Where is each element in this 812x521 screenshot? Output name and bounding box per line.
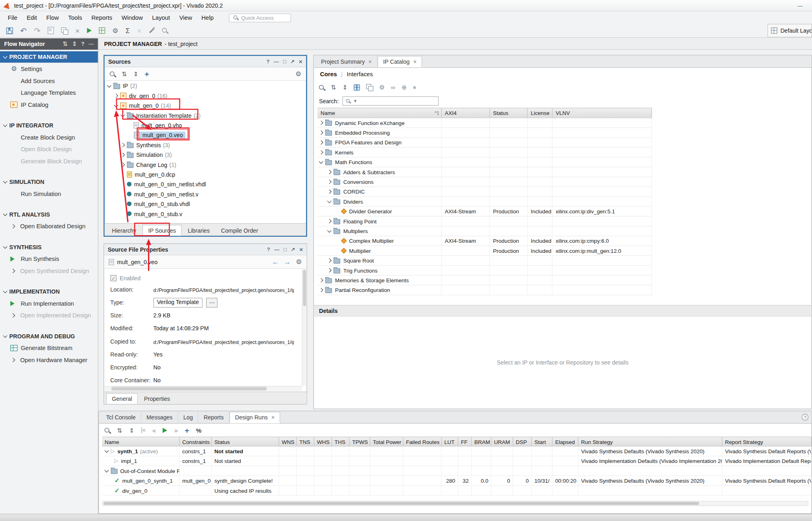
runs-column-run-strategy[interactable]: Run Strategy [579, 437, 722, 446]
customize-icon[interactable]: ⚙ [379, 84, 385, 90]
help-icon[interactable]: ? [267, 247, 270, 252]
runs-column-ff[interactable]: FF [458, 437, 472, 446]
float-icon[interactable]: ↗ [290, 59, 295, 64]
group-icon[interactable] [366, 84, 373, 91]
console-tab-log[interactable]: Log [178, 412, 199, 423]
catalog-row-multipliers[interactable]: Multipliers [317, 226, 652, 236]
maximize-icon[interactable]: □ [283, 59, 286, 64]
flow-item-ip-catalog[interactable]: IP Catalog [0, 98, 98, 110]
collapse-all-icon[interactable]: ⇅ [122, 71, 127, 77]
sources-tab-ip-sources[interactable]: IP Sources [142, 225, 181, 235]
search-icon[interactable] [109, 71, 115, 77]
chevron-right-icon[interactable] [327, 170, 331, 174]
catalog-row-multiplier[interactable]: MultiplierProductionIncludedxilinx.com:i… [317, 246, 652, 256]
chevron-right-icon[interactable] [319, 288, 323, 292]
menu-view[interactable]: View [175, 13, 197, 22]
catalog-row-kernels[interactable]: Kernels [317, 148, 652, 157]
properties-tab-general[interactable]: General [106, 393, 138, 404]
back-icon[interactable]: ← [272, 258, 279, 265]
catalog-row-conversions[interactable]: Conversions [317, 177, 652, 187]
chevron-right-icon[interactable] [319, 140, 323, 145]
runs-column-status[interactable]: Status [212, 437, 279, 446]
catalog-row-partial-reconfiguration[interactable]: Partial Reconfiguration [317, 286, 652, 295]
help-icon[interactable]: ? [802, 414, 808, 421]
settings-icon[interactable]: ⚙ [112, 27, 119, 34]
source-tree-item-synthesis[interactable]: Synthesis(3) [104, 140, 306, 150]
chevron-down-icon[interactable] [121, 113, 125, 117]
view-tab-interfaces[interactable]: Interfaces [347, 71, 373, 77]
layout-selector-button[interactable]: Default Layou [768, 24, 812, 37]
quick-access-search[interactable]: Quick Access [229, 13, 291, 22]
enabled-checkbox[interactable]: ✓ [110, 275, 117, 281]
chevron-right-icon[interactable] [319, 150, 323, 154]
chevron-right-icon[interactable] [327, 219, 331, 223]
expand-all-icon[interactable]: ⇕ [72, 41, 77, 47]
properties-tab-properties[interactable]: Properties [139, 393, 175, 404]
runs-column-ths[interactable]: THS [332, 437, 350, 446]
runs-column-wns[interactable]: WNS [279, 437, 297, 446]
sources-tab-libraries[interactable]: Libraries [183, 225, 215, 235]
source-tree-item-mult-gen-0-vho[interactable]: mult_gen_0.vho [104, 120, 306, 130]
collapse-all-icon[interactable]: ⇅ [62, 41, 68, 47]
menu-edit[interactable]: Edit [22, 13, 42, 22]
first-icon[interactable]: |« [141, 427, 146, 433]
chevron-down-icon[interactable] [107, 83, 112, 88]
menu-help[interactable]: Help [197, 13, 219, 22]
runs-row-out-of-context-module-runs[interactable]: Out-of-Context Module Runs [102, 466, 812, 476]
runs-column-total-power[interactable]: Total Power [370, 437, 403, 446]
layout-icon[interactable] [99, 27, 105, 33]
run-icon[interactable] [163, 427, 168, 433]
chevron-down-icon[interactable] [104, 448, 109, 453]
menu-window[interactable]: Window [117, 13, 148, 22]
close-icon[interactable]: × [299, 246, 303, 252]
probe-icon[interactable] [162, 27, 168, 33]
runs-column-failed-routes[interactable]: Failed Routes [404, 437, 442, 446]
flow-section-project-manager[interactable]: PROJECT MANAGER [0, 51, 98, 63]
catalog-row-dynamic-function-exchange[interactable]: Dynamic Function eXchange [317, 118, 652, 128]
browse-button[interactable]: ⋯ [206, 298, 217, 308]
runs-column-bram[interactable]: BRAM [472, 437, 491, 446]
source-tree-item-change-log[interactable]: Change Log(1) [104, 160, 306, 169]
flow-section-program-and-debug[interactable]: PROGRAM AND DEBUG [0, 330, 98, 342]
chevron-right-icon[interactable] [327, 179, 331, 184]
expand-all-icon[interactable]: ⇕ [133, 71, 138, 77]
flow-section-synthesis[interactable]: SYNTHESIS [0, 242, 98, 253]
add-icon[interactable]: + [145, 70, 149, 77]
help-icon[interactable]: ? [267, 59, 270, 64]
search-icon[interactable] [319, 84, 325, 90]
menu-reports[interactable]: Reports [87, 13, 117, 22]
source-tree-item-ip[interactable]: IP(2) [104, 81, 306, 90]
console-tab-design-runs[interactable]: Design Runs× [229, 412, 280, 423]
flow-item-open-block-design[interactable]: Open Block Design [0, 143, 98, 155]
design-runs-horizontal-scrollbar[interactable] [102, 501, 808, 506]
chevron-down-icon[interactable] [319, 159, 323, 164]
type-combo[interactable]: Verilog Template [153, 298, 202, 308]
catalog-row-fpga-features-and-design[interactable]: FPGA Features and Design [317, 138, 652, 148]
repository-icon[interactable]: ⊕ [402, 84, 407, 90]
menu-tools[interactable]: Tools [64, 13, 87, 22]
chevron-right-icon[interactable] [319, 278, 323, 282]
chevron-right-icon[interactable] [121, 152, 125, 157]
delete-icon[interactable]: × [75, 27, 79, 34]
properties-horizontal-scrollbar[interactable] [104, 386, 302, 391]
chevron-down-icon[interactable] [327, 199, 331, 203]
catalog-column-axi4[interactable]: AXI4 [442, 108, 490, 117]
settings-icon[interactable]: ⚙ [296, 258, 302, 265]
flow-item-run-synthesis[interactable]: Run Synthesis [0, 253, 98, 265]
doc-tab-project-summary[interactable]: Project Summary× [316, 56, 378, 67]
properties-vertical-scrollbar[interactable] [302, 269, 307, 386]
runs-column-whs[interactable]: WHS [314, 437, 332, 446]
runs-column-dsp[interactable]: DSP [513, 437, 532, 446]
source-tree-item-mult-gen-0[interactable]: mult_gen_0(14) [104, 100, 306, 110]
runs-column-tns[interactable]: TNS [297, 437, 314, 446]
taxonomy-icon[interactable] [354, 84, 360, 90]
flow-section-simulation[interactable]: SIMULATION [0, 176, 98, 188]
collapse-all-icon[interactable]: ⇅ [331, 84, 336, 90]
catalog-column-license[interactable]: License [528, 108, 553, 117]
sources-tab-compile-order[interactable]: Compile Order [216, 225, 263, 235]
chevron-down-icon[interactable] [104, 468, 109, 473]
catalog-row-complex-multiplier[interactable]: Complex MultiplierAXI4-StreamProductionI… [317, 236, 652, 246]
source-tree-item-mult-gen-0-sim-netlist-v[interactable]: mult_gen_0_sim_netlist.v [104, 189, 306, 199]
chevron-down-icon[interactable] [114, 103, 118, 107]
forward2-icon[interactable]: » [174, 427, 178, 433]
